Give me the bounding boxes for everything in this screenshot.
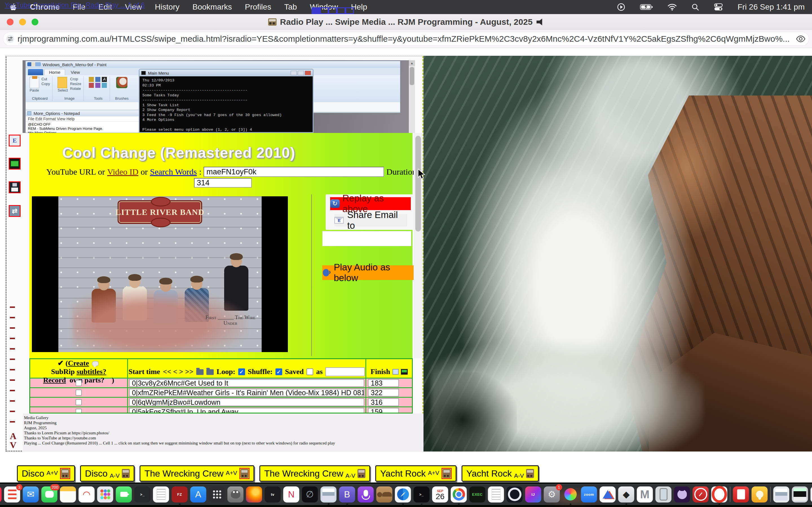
replay-button[interactable]: ↻ Replay as above [330, 197, 411, 210]
station-button-the-wrecking-crew-a-v[interactable]: The Wrecking CrewA-V [259, 465, 370, 482]
menu-item-tab[interactable]: Tab [284, 3, 297, 11]
dock-exec-terminal-icon[interactable]: EXEC [469, 487, 486, 503]
dock-filezilla-icon[interactable]: FZ [172, 487, 188, 503]
create-link[interactable]: Create [68, 359, 89, 367]
dock-document-icon[interactable] [488, 487, 504, 503]
wifi-icon[interactable] [668, 3, 677, 11]
dock-zoom-icon[interactable]: zoom [581, 487, 597, 503]
dock-bbedit-icon[interactable]: B [339, 487, 355, 503]
collage-scrollbar[interactable] [409, 60, 415, 133]
dock-palette-icon[interactable] [562, 487, 578, 503]
dock-inkscape-icon[interactable]: ◆ [618, 487, 635, 503]
finish-input[interactable]: 316 [368, 398, 399, 406]
save-disk-icon[interactable] [9, 181, 20, 193]
dock-iterm-icon[interactable]: >_ [414, 487, 430, 503]
row-checkbox[interactable] [75, 390, 82, 396]
shuffle-icon[interactable]: ⇄ [9, 205, 20, 217]
console-maximize-button[interactable] [298, 71, 304, 75]
duration-input[interactable]: 314 [194, 178, 252, 187]
site-settings-icon[interactable] [3, 32, 17, 46]
song-input[interactable]: 0|3cv8y2x6Mnc#Get Used to It [129, 379, 364, 387]
dock-mail-icon[interactable]: ✉ [23, 487, 39, 503]
loop-checkbox[interactable]: ✓ [238, 369, 245, 375]
saved-as-input[interactable] [325, 367, 365, 376]
dock-prism-app-icon[interactable] [600, 487, 616, 503]
dock-iphone-mirroring-icon[interactable] [656, 487, 672, 503]
control-center-icon[interactable] [714, 3, 723, 11]
dock-notes-icon[interactable] [60, 487, 76, 503]
dock-messages-icon[interactable]: 200 [42, 487, 57, 503]
saved-checkbox[interactable] [306, 369, 313, 375]
dock-safari-icon[interactable] [395, 487, 411, 503]
menu-item-profiles[interactable]: Profiles [245, 3, 271, 11]
shuffle-checkbox[interactable]: ✓ [275, 369, 282, 375]
song-input[interactable]: 0|6qWgmMjzBwo#Lowdown [129, 398, 364, 406]
folder-icon[interactable] [196, 369, 204, 375]
paint-brushes-icon[interactable] [116, 77, 128, 88]
dock-lightbulb-app-icon[interactable] [752, 487, 768, 503]
paint-rotate[interactable]: Rotate [70, 87, 82, 91]
paint-resize[interactable]: Resize [70, 82, 82, 86]
minimize-window-button[interactable] [19, 18, 26, 25]
console-minimize-button[interactable] [291, 71, 297, 75]
finish-input[interactable]: 183 [368, 379, 399, 387]
page-scrollbar[interactable] [414, 133, 423, 358]
share-email-icon[interactable] [9, 135, 20, 147]
menu-item-bookmarks[interactable]: Bookmarks [192, 3, 232, 11]
paint-menu-button[interactable] [28, 69, 43, 75]
station-button-yacht-rock-a-v[interactable]: Yacht RockA-V [462, 465, 539, 482]
paint-tab-view[interactable]: View [66, 69, 84, 75]
dock-minimized-window-3-icon[interactable] [811, 487, 812, 503]
share-email-input[interactable] [322, 231, 411, 246]
finish-input[interactable]: 159 [368, 408, 399, 413]
station-button-the-wrecking-crew-a+v[interactable]: The Wrecking CrewA+V [140, 465, 254, 482]
paint-paste-icon[interactable] [30, 77, 39, 88]
dock-music-icon[interactable]: ♪ [0, 487, 2, 503]
seek-controls[interactable]: << < > >> [163, 368, 193, 376]
dock-opera-icon[interactable] [711, 487, 727, 503]
dock-facetime-icon[interactable] [116, 487, 132, 503]
search-words-link[interactable]: Search Words [150, 167, 197, 177]
dock-podcasts-icon[interactable] [358, 487, 374, 503]
dock-chrome-icon[interactable] [451, 487, 467, 503]
zoom-window-button[interactable] [32, 18, 38, 25]
close-window-button[interactable] [7, 18, 13, 25]
dock-launchpad-icon[interactable] [97, 487, 113, 503]
paint-crop[interactable]: Crop [70, 77, 82, 81]
video-id-link[interactable]: Video ID [107, 167, 139, 177]
console-close-button[interactable] [305, 71, 311, 75]
dock-minimized-window-1-icon[interactable] [773, 487, 790, 503]
finish-input[interactable]: 322 [368, 389, 399, 397]
dock-photos-window-icon[interactable] [320, 487, 337, 503]
spotlight-search-icon[interactable] [691, 3, 699, 11]
row-checkbox[interactable] [75, 409, 82, 413]
row-checkbox[interactable] [75, 380, 82, 386]
paint-tab-home[interactable]: Home [44, 69, 65, 75]
dock-reminders-icon[interactable]: 3 [4, 487, 20, 503]
dock-keypad-app-icon[interactable] [209, 487, 225, 503]
paint-tools-grid[interactable]: A [89, 77, 107, 88]
dock-freeform-icon[interactable]: ◠ [79, 487, 95, 503]
ocean-wave-photo[interactable] [423, 56, 812, 452]
dock-cards-app-icon[interactable] [733, 487, 749, 503]
battery-icon[interactable] [640, 4, 653, 10]
dock-minimized-window-2-icon[interactable] [792, 487, 808, 503]
dock-settings-gear-icon[interactable]: ⚙1 [544, 487, 560, 503]
dock-textedit-icon[interactable] [153, 487, 169, 503]
station-button-disco-a-v[interactable]: DiscoA-V [80, 465, 135, 482]
dock-speedometer-icon[interactable] [693, 487, 709, 503]
finish-radio-icon[interactable] [401, 369, 408, 375]
row-checkbox[interactable] [75, 399, 82, 405]
media-gallery-radio-icon[interactable] [9, 158, 20, 170]
dock-cat-app-icon[interactable] [674, 487, 690, 503]
play-audio-button[interactable]: Play Audio as below [322, 265, 414, 280]
song-input[interactable]: 0|5akEgsZSfhg#Up, Up and Away [129, 408, 364, 413]
dock-gimp-icon[interactable] [227, 487, 244, 503]
station-button-yacht-rock-a+v[interactable]: Yacht RockA+V [375, 465, 456, 482]
video-player[interactable]: LITTLE RIVER BAND First ______ The Wire [32, 196, 288, 352]
menu-item-history[interactable]: History [155, 3, 179, 11]
share-email-button[interactable]: Share Email to [335, 214, 407, 226]
dock-intellij-icon[interactable]: IJ [525, 487, 541, 503]
folder-icon[interactable] [206, 369, 214, 375]
dock-quicktime-icon[interactable] [507, 487, 523, 503]
